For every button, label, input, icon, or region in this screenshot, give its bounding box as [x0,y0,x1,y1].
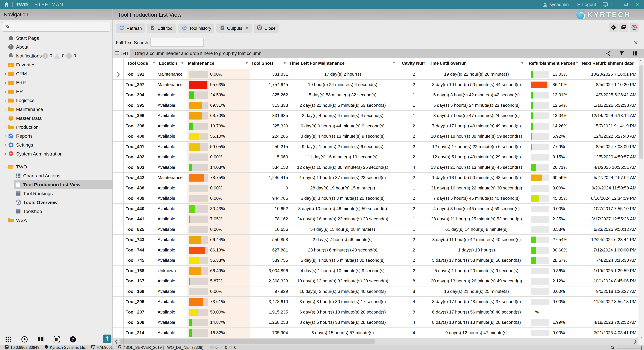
column-header-location[interactable]: Location [158,58,186,69]
nav-item-production[interactable]: ›Production [0,123,112,132]
horizontal-scrollbar[interactable]: ❮ ❯ [113,338,638,345]
row-expander[interactable] [113,297,124,307]
table-row[interactable]: Tool_440Available30.43%10,6523 day(s) 10… [113,204,638,214]
outputs-button[interactable]: Outputs▼ [216,24,252,33]
nav-item-hr[interactable]: ›HR [0,87,112,96]
table-row[interactable]: Tool_208Available14.87%1,258,2588 day(s)… [113,317,638,328]
logout-button[interactable]: Logout [575,2,596,7]
chevron-icon[interactable]: › [3,98,8,103]
horizontal-scroll-thumb[interactable] [120,338,374,344]
nav-item-logistics[interactable]: ›Logistics [0,96,112,105]
zoom-control[interactable] [610,345,641,350]
pin-panel-button[interactable] [103,334,112,343]
table-row[interactable]: ❯Tool_391Maintenance0.00%331,83117 day(s… [113,69,638,80]
edit-tool-button[interactable]: Edit tool [147,24,176,33]
tool-history-button[interactable]: Tool history [178,24,214,33]
row-expander[interactable] [113,235,124,245]
chevron-icon[interactable]: › [3,125,8,130]
close-button[interactable]: Close [254,24,278,33]
column-filter-icon[interactable] [520,61,524,65]
chevron-icon[interactable]: › [3,151,8,156]
nav-item-notifications[interactable]: Notificationsi00!0 [0,51,112,60]
scroll-down-arrow[interactable]: ⌄ [638,334,644,339]
nav-item-tool-rankings[interactable]: Tool Rankings [0,189,112,198]
column-header-refurbishment-percen[interactable]: Refurbishment Percen [527,58,580,69]
table-row[interactable]: Tool_903Available14.03%534,15012 day(s) … [113,162,638,173]
vertical-scroll-thumb[interactable] [639,65,643,159]
table-row[interactable]: Tool_438Available0.00%028 day(s) 19 hour… [113,183,638,194]
nav-item-reports[interactable]: ›Reports [0,132,112,140]
close-window-button[interactable]: ✕ [632,2,642,8]
row-expander[interactable] [113,317,124,327]
scroll-up-arrow[interactable]: ⌃ [638,59,644,64]
help-icon[interactable]: ? [69,336,76,343]
minimize-button[interactable]: – [614,2,624,7]
row-expander[interactable] [113,183,124,193]
chevron-icon[interactable]: › [3,80,8,85]
table-row[interactable]: Tool_398Available19.79%325,3306 day(s) 9… [113,121,638,131]
table-row[interactable]: Tool_402Available0.00%5,06011 day(s) 16 … [113,152,638,162]
cascade-windows-button[interactable] [619,23,628,32]
table-row[interactable]: Tool_400Available55.10%224,2858 day(s) 4… [113,131,638,142]
row-expander[interactable] [113,80,124,90]
row-expander[interactable] [113,111,124,121]
table-row[interactable]: Tool_214Available16.82%705,9048 day(s) 1… [113,328,638,338]
group-drop-zone[interactable]: Drag a column header and drop it here to… [130,49,644,58]
row-expander[interactable] [113,100,124,110]
nav-item-settings[interactable]: ›Settings [0,140,112,149]
chevron-icon[interactable]: ⌄ [3,164,8,169]
row-expander[interactable] [113,245,124,255]
chevron-icon[interactable]: › [3,133,8,139]
chevron-icon[interactable]: › [3,218,8,223]
column-header-cavity-nun[interactable]: Cavity Nun [400,58,427,69]
nav-search-input[interactable] [12,24,106,30]
row-expander[interactable] [113,224,124,235]
chevron-icon[interactable]: › [3,71,8,76]
close-search-icon[interactable]: ✕ [634,39,638,46]
nav-search-box[interactable] [2,22,110,32]
column-filter-icon[interactable] [575,61,579,65]
scroll-left-arrow[interactable]: ❮ [113,339,120,343]
chevron-icon[interactable]: › [3,107,8,112]
table-row[interactable]: Tool_743Available66.44%559,8582 day(s) 7… [113,235,638,245]
column-header-tool-code[interactable]: Tool Code [126,58,157,69]
row-expander[interactable] [113,142,124,152]
nav-item-start-page[interactable]: Start Page [0,34,112,43]
apps-grid-icon[interactable] [5,336,12,343]
fulltext-search-input[interactable] [150,38,204,47]
chevron-icon[interactable]: › [3,116,8,121]
nav-item-tool-production-list-view[interactable]: Tool Production List View [0,180,112,189]
table-row[interactable]: Tool_441Available7.05%78,16224 day(s) 16… [113,214,638,224]
refresh-button[interactable]: Refresh [116,24,145,33]
row-expander[interactable] [113,131,124,141]
row-expander[interactable] [113,266,124,276]
row-count[interactable]: 541 [113,49,130,58]
table-row[interactable]: Tool_394Available24.59%325,2625 day(s) 5… [113,90,638,100]
home-icon[interactable] [3,2,10,8]
column-header-next-refurbishment-date[interactable]: Next Refurbishment date [580,58,636,69]
column-header-time-until-overrun[interactable]: Time until overrun [427,58,526,69]
chevron-icon[interactable]: › [3,142,8,148]
column-filter-icon[interactable] [392,61,396,65]
scroll-right-arrow[interactable]: ❯ [632,339,638,343]
zoom-slider[interactable] [617,348,641,348]
table-row[interactable]: Tool_167Available5.87%2,368,32319 day(s)… [113,276,638,286]
share-icon[interactable] [606,50,612,57]
nav-item-system-administration[interactable]: ›System Administration [0,149,112,158]
nav-item-about[interactable]: About [0,43,112,51]
nav-item-wsa[interactable]: ›WSA [0,216,112,225]
table-row[interactable]: Tool_168Unknown66.49%3,004,8964 day(s) 1… [113,266,638,276]
table-row[interactable]: Tool_395Available69.31%313,3382 day(s) 2… [113,100,638,111]
nav-item-toolshop[interactable]: Toolshop [0,207,112,216]
nav-item-erp[interactable]: ›ERP [0,78,112,87]
row-expander[interactable] [113,204,124,214]
close-view-button[interactable] [630,23,639,32]
user-menu[interactable]: sysadmin [542,2,569,7]
table-row[interactable]: Tool_397Maintenance95.63%1,754,64519 hou… [113,80,638,90]
column-chooser-icon[interactable] [632,50,638,57]
nav-item-crm[interactable]: ›CRM [0,69,112,78]
column-filter-icon[interactable] [422,61,426,65]
barcode-scan-icon[interactable] [53,336,60,343]
table-row[interactable]: Tool_442Maintenance78.75%1,246,4151 day(… [113,173,638,183]
table-row[interactable]: Tool_744Available86.13%627,88123 hour(s)… [113,245,638,256]
